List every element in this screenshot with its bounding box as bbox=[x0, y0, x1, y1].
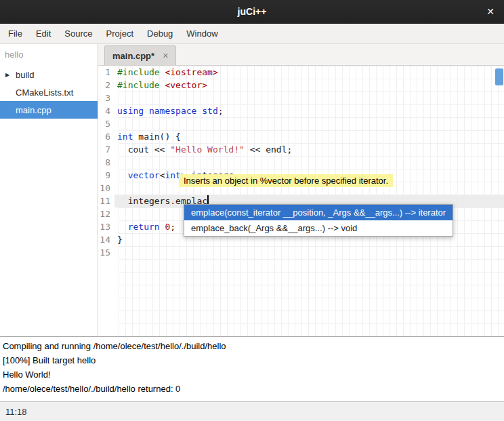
tab-main-cpp[interactable]: main.cpp* × bbox=[104, 45, 176, 65]
code-token: <vector> bbox=[165, 80, 207, 90]
tree-item-build[interactable]: ▶build bbox=[0, 66, 98, 83]
code-token: } bbox=[117, 235, 123, 245]
tab-bar: main.cpp* × bbox=[98, 44, 504, 66]
menu-item-debug[interactable]: Debug bbox=[140, 24, 180, 43]
file-sidebar: hello ▶buildCMakeLists.txtmain.cpp bbox=[0, 44, 98, 336]
code-text bbox=[114, 117, 504, 130]
line-number: 10 bbox=[98, 182, 114, 195]
code-token: ; bbox=[170, 222, 175, 232]
doc-tooltip: Inserts an object in %vector before spec… bbox=[179, 174, 393, 187]
app-window: juCi++ ✕ FileEditSourceProjectDebugWindo… bbox=[0, 0, 504, 421]
window-title: juCi++ bbox=[238, 6, 267, 17]
line-number: 3 bbox=[98, 92, 114, 104]
code-text: using namespace std; bbox=[114, 104, 504, 117]
editor-area: main.cpp* × 1#include <iostream>2#includ… bbox=[98, 44, 504, 336]
menu-item-source[interactable]: Source bbox=[58, 24, 99, 43]
code-token: using bbox=[117, 106, 144, 116]
code-text: int main() { bbox=[114, 130, 504, 143]
code-token: ; bbox=[218, 106, 224, 116]
tab-close-icon[interactable]: × bbox=[163, 50, 168, 61]
autocomplete-item[interactable]: emplace_back(_Args &&__args...) --> void bbox=[184, 220, 453, 236]
tree-item-label: main.cpp bbox=[16, 105, 51, 115]
code-line[interactable]: 4using namespace std; bbox=[98, 104, 504, 117]
output-line: [100%] Built target hello bbox=[3, 353, 501, 367]
code-line[interactable]: 1#include <iostream> bbox=[98, 66, 504, 79]
code-token: namespace bbox=[149, 106, 196, 116]
line-number: 1 bbox=[98, 66, 114, 79]
code-line[interactable]: 2#include <vector> bbox=[98, 79, 504, 92]
scrollbar-thumb[interactable] bbox=[495, 68, 503, 85]
line-number: 14 bbox=[98, 233, 114, 246]
code-token: std bbox=[202, 106, 217, 116]
tab-label: main.cpp* bbox=[112, 51, 154, 61]
code-token: << endl; bbox=[245, 144, 292, 155]
code-text: #include <iostream> bbox=[114, 66, 504, 79]
code-token: "Hello World!" bbox=[170, 144, 245, 155]
close-icon[interactable]: ✕ bbox=[486, 6, 495, 17]
tree-item-cmakelists-txt[interactable]: CMakeLists.txt bbox=[0, 83, 98, 101]
code-token: #include bbox=[117, 80, 160, 90]
line-number: 6 bbox=[98, 130, 114, 143]
tree-item-label: CMakeLists.txt bbox=[16, 87, 73, 98]
output-panel: Compiling and running /home/olece/test/h… bbox=[0, 336, 504, 401]
code-text bbox=[114, 156, 504, 169]
menu-item-window[interactable]: Window bbox=[180, 24, 224, 43]
menu-item-project[interactable]: Project bbox=[100, 24, 140, 43]
code-token: cout << bbox=[117, 144, 170, 155]
code-line[interactable]: 6int main() { bbox=[98, 130, 504, 143]
title-bar: juCi++ ✕ bbox=[0, 0, 504, 24]
line-number: 9 bbox=[98, 169, 114, 182]
code-token bbox=[117, 170, 128, 180]
code-line[interactable]: 5 bbox=[98, 117, 504, 130]
output-line: Compiling and running /home/olece/test/h… bbox=[3, 339, 501, 353]
code-line[interactable]: 7 cout << "Hello World!" << endl; bbox=[98, 143, 504, 156]
line-number: 15 bbox=[98, 246, 114, 259]
tree-item-label: build bbox=[16, 70, 34, 80]
code-token bbox=[144, 106, 149, 116]
code-text: #include <vector> bbox=[114, 79, 504, 92]
tree-item-main-cpp[interactable]: main.cpp bbox=[0, 101, 98, 119]
code-token: <iostream> bbox=[165, 67, 217, 77]
code-editor[interactable]: 1#include <iostream>2#include <vector>34… bbox=[98, 66, 504, 336]
code-token bbox=[117, 222, 128, 232]
file-tree: ▶buildCMakeLists.txtmain.cpp bbox=[0, 66, 98, 119]
line-number: 4 bbox=[98, 104, 114, 117]
project-name: hello bbox=[0, 45, 98, 66]
autocomplete-popup: emplace(const_iterator __position, _Args… bbox=[184, 204, 453, 237]
code-text bbox=[114, 246, 504, 259]
line-number: 7 bbox=[98, 143, 114, 156]
output-line: Hello World! bbox=[3, 367, 501, 382]
line-number: 2 bbox=[98, 79, 114, 92]
code-token: int bbox=[117, 132, 133, 142]
code-line[interactable]: 3 bbox=[98, 92, 504, 104]
menu-item-file[interactable]: File bbox=[1, 24, 29, 43]
code-line[interactable]: 15 bbox=[98, 246, 504, 259]
menu-bar: FileEditSourceProjectDebugWindow bbox=[0, 24, 504, 44]
line-number: 8 bbox=[98, 156, 114, 169]
status-bar: 11:18 bbox=[0, 401, 504, 421]
code-text: cout << "Hello World!" << endl; bbox=[114, 143, 504, 156]
code-token: vector bbox=[128, 170, 160, 180]
code-token: return bbox=[128, 222, 160, 232]
line-number: 13 bbox=[98, 220, 114, 233]
line-number: 12 bbox=[98, 207, 114, 220]
code-token: #include bbox=[117, 67, 160, 77]
line-number: 5 bbox=[98, 117, 114, 130]
code-line[interactable]: 8 bbox=[98, 156, 504, 169]
autocomplete-item[interactable]: emplace(const_iterator __position, _Args… bbox=[184, 205, 453, 220]
main-area: hello ▶buildCMakeLists.txtmain.cpp main.… bbox=[0, 44, 504, 336]
expander-icon[interactable]: ▶ bbox=[5, 72, 13, 78]
output-line: /home/olece/test/hello/./build/hello ret… bbox=[3, 382, 501, 396]
code-token: main() { bbox=[133, 132, 180, 142]
code-text bbox=[114, 92, 504, 104]
cursor-position: 11:18 bbox=[5, 407, 27, 417]
line-number: 11 bbox=[98, 195, 114, 207]
menu-item-edit[interactable]: Edit bbox=[29, 24, 58, 43]
